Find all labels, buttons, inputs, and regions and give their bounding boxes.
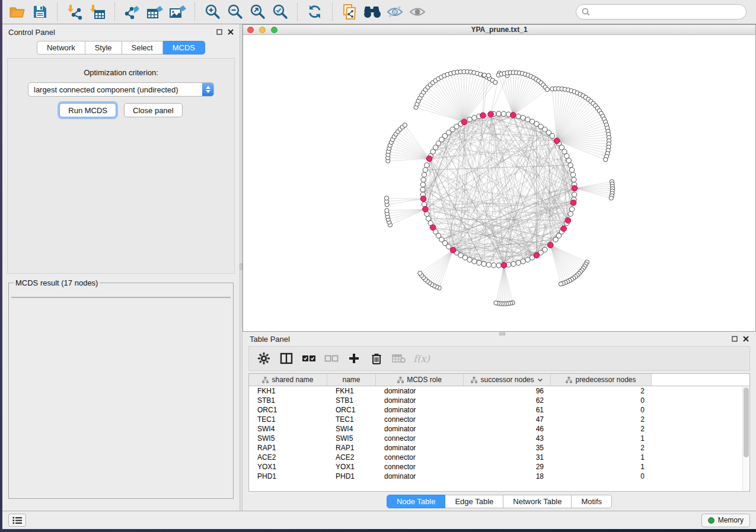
table-row-stb1[interactable]: STB1STB1dominator620 <box>249 396 749 405</box>
gear-icon <box>258 352 270 364</box>
column-header-mcds-role[interactable]: MCDS role <box>376 374 464 386</box>
deselect-all-button[interactable] <box>321 349 342 368</box>
table-scrollbar-thumb[interactable] <box>744 387 749 457</box>
export-network-button[interactable] <box>122 2 143 22</box>
divider-grip[interactable] <box>240 264 243 270</box>
criterion-select[interactable]: largest connected component (undirected) <box>28 82 214 97</box>
apply-layout-button[interactable] <box>304 2 326 22</box>
search-input[interactable] <box>594 8 741 17</box>
table-row-fkh1[interactable]: FKH1FKH1dominator962 <box>249 386 749 396</box>
export-table-button[interactable] <box>144 2 165 22</box>
tab-mcds[interactable]: MCDS <box>163 41 205 55</box>
cell-shared-name: PHD1 <box>249 472 327 481</box>
memory-button[interactable]: Memory <box>701 514 750 527</box>
network-canvas[interactable] <box>243 35 755 331</box>
network-title: YPA_prune.txt_1 <box>243 25 755 34</box>
column-type-icon <box>262 377 269 383</box>
cell-mcds-role: dominator <box>376 472 464 481</box>
cell-successor-nodes: 46 <box>464 424 551 434</box>
cell-name: STB1 <box>327 396 376 405</box>
tab-select[interactable]: Select <box>122 41 163 55</box>
import-table-button[interactable] <box>87 2 108 22</box>
show-all-button[interactable] <box>407 2 428 22</box>
cell-name: ACE2 <box>327 453 376 462</box>
delete-row-button[interactable] <box>366 349 387 368</box>
import-network-icon <box>66 4 83 20</box>
cell-predecessor-nodes: 1 <box>551 462 652 472</box>
export-image-button[interactable] <box>167 2 188 22</box>
tab-style[interactable]: Style <box>85 41 122 55</box>
table-toolbar: f(x) <box>248 346 750 371</box>
zoom-fit-button[interactable] <box>247 2 268 22</box>
mcds-result-group: MCDS result (17 nodes) PHD1CAR1STP4TID3Y… <box>8 278 234 499</box>
column-header-shared-name[interactable]: shared name <box>249 374 327 386</box>
column-header-name[interactable]: name <box>327 374 376 386</box>
cell-mcds-role: connector <box>376 415 464 424</box>
cell-name: FKH1 <box>327 386 376 396</box>
column-header-successor-nodes[interactable]: successor nodes <box>464 374 551 386</box>
tab-network[interactable]: Network <box>37 41 85 55</box>
optimization-criterion-label: Optimization criterion: <box>8 68 234 77</box>
table-tab-network-table[interactable]: Network Table <box>503 495 572 508</box>
mcds-result-list[interactable]: PHD1CAR1STP4TID3YOX1SWI4SRD1PMA2FKH1ACE2… <box>11 297 231 298</box>
search-field[interactable] <box>576 4 747 20</box>
table-panel-title: Table Panel <box>250 335 290 344</box>
run-mcds-button[interactable]: Run MCDS <box>59 103 116 117</box>
table-row-rap1[interactable]: RAP1RAP1dominator352 <box>249 443 749 453</box>
save-session-button[interactable] <box>29 2 50 22</box>
float-panel-icon[interactable] <box>216 29 222 35</box>
column-header-predecessor-nodes[interactable]: predecessor nodes <box>551 374 652 386</box>
cell-name: YOX1 <box>327 462 376 472</box>
delete-table-button[interactable] <box>389 349 409 368</box>
table-options-button[interactable] <box>254 349 274 368</box>
column-label: shared name <box>272 376 313 384</box>
function-builder-button[interactable]: f(x) <box>412 349 432 368</box>
cell-name: SWI4 <box>327 424 376 434</box>
show-column-button[interactable] <box>276 349 296 368</box>
table-row-phd1[interactable]: PHD1PHD1dominator180 <box>249 472 749 481</box>
cell-mcds-role: dominator <box>376 443 464 453</box>
table-row-tec1[interactable]: TEC1TEC1connector472 <box>249 415 749 424</box>
table-tab-edge-table[interactable]: Edge Table <box>445 495 503 508</box>
table-tab-motifs[interactable]: Motifs <box>572 495 612 508</box>
task-history-button[interactable] <box>8 514 26 527</box>
table-tab-node-table[interactable]: Node Table <box>387 495 446 508</box>
import-network-button[interactable] <box>64 2 85 22</box>
export-table-icon <box>146 4 164 20</box>
table-row-ace2[interactable]: ACE2ACE2connector311 <box>249 453 749 462</box>
zoom-in-button[interactable] <box>202 2 223 22</box>
table-row-swi5[interactable]: SWI5SWI5connector431 <box>249 434 749 443</box>
select-all-button[interactable] <box>299 349 319 368</box>
cell-successor-nodes: 18 <box>464 472 551 481</box>
cell-name: SWI5 <box>327 434 376 443</box>
zoom-selected-button[interactable] <box>269 2 291 22</box>
table-panel: Table Panel f(x) sh <box>243 332 756 511</box>
new-network-from-selection-button[interactable] <box>339 2 361 22</box>
cell-shared-name: SWI5 <box>249 434 327 443</box>
table-scrollbar[interactable] <box>742 386 749 491</box>
cell-successor-nodes: 96 <box>464 386 551 396</box>
zoom-selected-icon <box>272 4 288 20</box>
network-graph[interactable] <box>243 35 755 331</box>
criterion-selected-value: largest connected component (undirected) <box>28 85 202 94</box>
table-row-swi4[interactable]: SWI4SWI4dominator462 <box>249 424 749 434</box>
cell-predecessor-nodes: 2 <box>551 424 652 434</box>
table-row-yox1[interactable]: YOX1YOX1connector291 <box>249 462 749 472</box>
close-panel-icon[interactable] <box>228 29 234 35</box>
cell-shared-name: ACE2 <box>249 453 327 462</box>
first-neighbors-button[interactable] <box>362 2 383 22</box>
open-session-button[interactable] <box>7 2 28 22</box>
close-panel-button[interactable]: Close panel <box>124 103 183 117</box>
table-panel-grip[interactable] <box>499 332 505 335</box>
table-row-orc1[interactable]: ORC1ORC1dominator610 <box>249 405 749 415</box>
zoom-out-button[interactable] <box>224 2 245 22</box>
add-row-button[interactable] <box>344 349 364 368</box>
columns-icon <box>280 352 293 364</box>
delete-table-icon <box>392 353 406 364</box>
control-panel-title: Control Panel <box>8 28 55 37</box>
control-panel-tabs: NetworkStyleSelectMCDS <box>37 41 205 55</box>
hide-selection-button[interactable] <box>384 2 406 22</box>
fx-icon: f(x) <box>413 353 429 364</box>
float-table-panel-icon[interactable] <box>732 336 738 342</box>
close-table-panel-icon[interactable] <box>743 336 749 342</box>
